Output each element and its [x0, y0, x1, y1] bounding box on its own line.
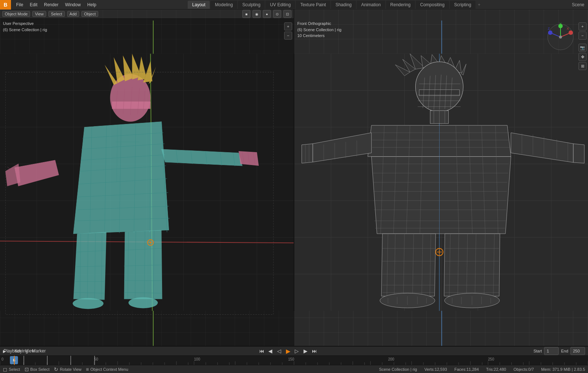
- workspace-tabs: Layout Modeling Sculpting UV Editing Tex…: [102, 1, 568, 9]
- tab-rendering[interactable]: Rendering: [386, 1, 415, 9]
- svg-point-211: [559, 36, 562, 39]
- left-viewport-model: [0, 19, 294, 346]
- svg-point-85: [73, 298, 103, 309]
- jump-to-end-btn[interactable]: ⏭: [311, 347, 318, 355]
- select-label: Select: [9, 367, 20, 372]
- status-object-context: ≡ Object Context Menu: [86, 366, 128, 372]
- menu-edit[interactable]: Edit: [27, 1, 40, 8]
- rotate-view-label: Rotate View: [60, 367, 81, 372]
- playhead[interactable]: [14, 356, 15, 365]
- svg-point-86: [128, 297, 158, 308]
- box-select-label: Box Select: [30, 367, 50, 372]
- top-menu-bar: B File Edit Render Window Help Layout Mo…: [0, 0, 588, 10]
- camera-view-btn[interactable]: 📷: [578, 44, 587, 52]
- step-fwd-btn[interactable]: ▶: [302, 347, 309, 355]
- box-select-icon: ⊡: [25, 366, 29, 372]
- menu-items: File Edit Render Window Help: [11, 1, 102, 8]
- svg-marker-21: [73, 122, 169, 234]
- objects-info: Objects:0/7: [514, 367, 534, 372]
- zoom-out-btn-right[interactable]: −: [578, 32, 587, 40]
- start-frame-input[interactable]: 1: [544, 347, 559, 355]
- svg-text:Z: Z: [548, 27, 550, 30]
- menu-file[interactable]: File: [13, 1, 26, 8]
- mem-info: Mem: 371.9 MiB | 2.83.5: [541, 367, 585, 372]
- step-back-btn[interactable]: ◀: [267, 347, 274, 355]
- keying-label[interactable]: Keying: [18, 347, 25, 355]
- svg-rect-49: [112, 102, 150, 109]
- menu-render[interactable]: Render: [41, 1, 61, 8]
- start-label: Start: [533, 349, 542, 353]
- scene-name: Scene: [568, 2, 588, 7]
- zoom-in-btn-left[interactable]: +: [284, 22, 292, 30]
- timeline-track[interactable]: 0 50 100 150 200 250: [0, 356, 588, 365]
- timeline-header: ▸ Playback Keying View Marker ⏮ ◀ ◁ ▶ ▷ …: [0, 347, 588, 356]
- end-frame-input[interactable]: 250: [570, 347, 585, 355]
- menu-window[interactable]: Window: [62, 1, 84, 8]
- status-box-select: ⊡ Box Select: [25, 366, 50, 372]
- status-rotate-view: ↻ Rotate View: [54, 366, 81, 372]
- jump-to-start-btn[interactable]: ⏮: [258, 347, 265, 355]
- tab-sculpting[interactable]: Sculpting: [238, 1, 265, 9]
- svg-marker-76: [124, 230, 162, 299]
- svg-marker-163: [573, 144, 584, 163]
- timeline-scrubber[interactable]: 0 50 100 150 200 250: [0, 356, 588, 365]
- viewport-right[interactable]: Object Mode View Select Add Object ■ ◉ ●…: [294, 10, 588, 346]
- svg-point-203: [569, 30, 573, 35]
- status-bar: ◻ Select ⊡ Box Select ↻ Rotate View ≡ Ob…: [0, 365, 588, 373]
- svg-point-209: [548, 30, 552, 35]
- tab-scripting[interactable]: Scripting: [450, 1, 476, 9]
- menu-help[interactable]: Help: [84, 1, 99, 8]
- add-workspace-btn[interactable]: +: [476, 2, 482, 7]
- tab-layout[interactable]: Layout: [188, 1, 210, 9]
- zoom-out-btn-left[interactable]: −: [284, 32, 292, 40]
- svg-point-115: [415, 62, 463, 112]
- step-back-frame-btn[interactable]: ◁: [276, 347, 283, 355]
- tris-info: Tris:22,480: [486, 367, 506, 372]
- play-btn[interactable]: ▶: [284, 347, 292, 355]
- svg-rect-116: [419, 90, 459, 96]
- verts-info: Verts:12,593: [425, 367, 447, 372]
- playback-buttons: ⏮ ◀ ◁ ▶ ▷ ▶ ⏭: [258, 347, 318, 355]
- right-viewport-model: [294, 19, 588, 346]
- end-label: End: [561, 349, 568, 353]
- rotate-view-icon: ↻: [54, 366, 58, 372]
- tab-modeling[interactable]: Modeling: [210, 1, 237, 9]
- tab-texture-paint[interactable]: Texture Paint: [296, 1, 330, 9]
- svg-marker-155: [302, 144, 313, 163]
- status-select: ◻ Select: [3, 366, 20, 372]
- left-viewport-side-toolbar: + −: [284, 22, 292, 40]
- scene-collection-info: Scene Collection | rig: [379, 367, 417, 372]
- right-viewport-side-toolbar: + − 📷 ✥ ⊞: [578, 22, 587, 70]
- frame-10-line: [23, 356, 24, 365]
- frame-40-line: [94, 356, 95, 365]
- app-logo: B: [0, 0, 11, 10]
- svg-text:Y: Y: [559, 22, 562, 26]
- svg-text:X: X: [567, 27, 569, 30]
- move-view-btn[interactable]: ✥: [578, 53, 587, 61]
- viewport-left[interactable]: Object Mode View Select Add Object ■ ◉ ●…: [0, 10, 294, 346]
- zoom-in-btn-right[interactable]: +: [578, 22, 587, 30]
- select-icon: ◻: [3, 366, 7, 372]
- marker-label[interactable]: Marker: [35, 347, 43, 355]
- frame-range: Start 1 End 250: [533, 347, 585, 355]
- step-fwd-frame-btn[interactable]: ▷: [293, 347, 301, 355]
- grid-view-btn[interactable]: ⊞: [578, 62, 587, 70]
- tab-compositing[interactable]: Compositing: [416, 1, 449, 9]
- playback-controls: Playback Keying View Marker: [9, 347, 43, 355]
- tab-animation[interactable]: Animation: [357, 1, 385, 9]
- tab-uv-editing[interactable]: UV Editing: [265, 1, 295, 9]
- object-context-label: Object Context Menu: [90, 367, 128, 372]
- tab-shading[interactable]: Shading: [331, 1, 356, 9]
- timeline-area: ▸ Playback Keying View Marker ⏮ ◀ ◁ ▶ ▷ …: [0, 346, 588, 365]
- frame-20-line: [47, 356, 48, 365]
- navigation-gizmo[interactable]: X Y Z: [546, 22, 575, 52]
- tick-marks: [0, 356, 588, 365]
- frame-30-line: [70, 356, 71, 365]
- object-context-icon: ≡: [86, 366, 89, 372]
- faces-info: Faces:11,284: [454, 367, 479, 372]
